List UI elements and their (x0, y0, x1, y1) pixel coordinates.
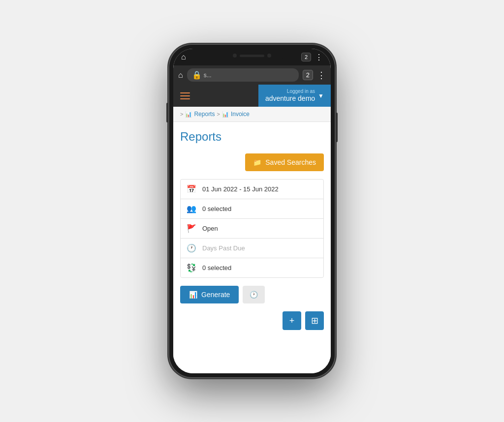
customer-filter-value: 0 selected (202, 205, 231, 212)
notch-dot-left (233, 54, 237, 58)
tabs-button[interactable]: 2 (303, 70, 313, 80)
generate-label: Generate (201, 291, 230, 299)
hamburger-button[interactable] (173, 87, 197, 105)
app-header: Logged in as adventure demo ▼ (173, 85, 331, 107)
status-filter-value: Open (202, 225, 218, 232)
browser-bar: ⌂ 🔒 s... 2 ⋮ (173, 65, 331, 85)
saved-searches-button[interactable]: 📁 Saved Searches (245, 153, 324, 171)
customer-filter[interactable]: 👥 0 selected (181, 199, 323, 219)
days-past-due-filter[interactable]: 🕐 Days Past Due (181, 239, 323, 258)
history-icon: 🕐 (250, 291, 258, 299)
reports-icon: 📊 (185, 111, 192, 118)
notch-dot-right (267, 54, 271, 58)
address-text: s... (204, 72, 212, 79)
app-content: Logged in as adventure demo ▼ > 📊 Report… (173, 85, 331, 373)
currency-filter-value: 0 selected (202, 264, 231, 271)
breadcrumb-reports-label: Reports (194, 111, 215, 118)
lock-icon: 🔒 (192, 70, 202, 80)
history-button[interactable]: 🕐 (243, 286, 265, 303)
breadcrumb-item-invoice[interactable]: 📊 Invoice (222, 111, 250, 118)
generate-icon: 📊 (189, 291, 197, 299)
notch-speaker (240, 55, 264, 57)
volume-button (166, 103, 168, 122)
breadcrumb-item-reports[interactable]: 📊 Reports (185, 111, 215, 118)
notch (220, 49, 284, 62)
phone-frame: ⌂ 2 ⋮ ⌂ 🔒 s... 2 ⋮ (168, 44, 336, 378)
page-title: Reports (180, 130, 324, 144)
saved-searches-icon: 📁 (253, 158, 261, 166)
clock-icon: 🕐 (187, 243, 196, 253)
generate-button[interactable]: 📊 Generate (180, 286, 239, 303)
grid-icon: ⊞ (311, 315, 318, 326)
hamburger-line-1 (180, 92, 190, 93)
user-info-button[interactable]: Logged in as adventure demo ▼ (258, 85, 331, 107)
date-filter[interactable]: 📅 01 Jun 2022 - 15 Jun 2022 (181, 180, 323, 199)
power-button (336, 113, 338, 142)
bottom-actions: + ⊞ (180, 311, 324, 330)
add-button[interactable]: + (283, 311, 301, 330)
breadcrumb-invoice-label: Invoice (231, 111, 250, 118)
phone-screen: ⌂ 2 ⋮ ⌂ 🔒 s... 2 ⋮ (173, 49, 331, 373)
dropdown-arrow-icon: ▼ (318, 92, 324, 99)
notch-bar: ⌂ 2 ⋮ (173, 49, 331, 65)
hamburger-line-3 (180, 98, 190, 99)
main-content: Reports 📁 Saved Searches 📅 01 Jun 2022 -… (173, 122, 331, 373)
breadcrumb: > 📊 Reports > 📊 Invoice (173, 107, 331, 122)
days-past-due-placeholder: Days Past Due (202, 244, 245, 252)
breadcrumb-separator: > (217, 111, 220, 117)
status-filter[interactable]: 🚩 Open (181, 219, 323, 239)
browser-menu-icon[interactable]: ⋮ (315, 53, 323, 62)
breadcrumb-chevron: > (180, 111, 183, 117)
user-info-text: Logged in as adventure demo (265, 89, 315, 103)
calendar-icon: 📅 (187, 184, 196, 194)
tabs-badge[interactable]: 2 (301, 53, 311, 61)
filter-list: 📅 01 Jun 2022 - 15 Jun 2022 👥 0 selected… (180, 179, 324, 278)
saved-searches-label: Saved Searches (265, 158, 316, 166)
grid-button[interactable]: ⊞ (305, 311, 324, 330)
currency-icon: 💱 (187, 263, 196, 272)
customers-icon: 👥 (187, 204, 196, 213)
home-icon[interactable]: ⌂ (181, 53, 186, 61)
add-icon: + (289, 316, 295, 326)
currency-filter[interactable]: 💱 0 selected (181, 258, 323, 277)
menu-icon[interactable]: ⋮ (317, 70, 326, 81)
invoice-icon: 📊 (222, 111, 229, 118)
hamburger-line-2 (180, 95, 190, 96)
username: adventure demo (265, 94, 315, 102)
action-bar: 📊 Generate 🕐 (180, 286, 324, 303)
browser-home-button[interactable]: ⌂ (178, 71, 183, 80)
flag-icon: 🚩 (187, 224, 196, 233)
address-bar[interactable]: 🔒 s... (187, 68, 299, 82)
logged-in-label: Logged in as (265, 89, 315, 94)
date-filter-value: 01 Jun 2022 - 15 Jun 2022 (202, 185, 279, 193)
